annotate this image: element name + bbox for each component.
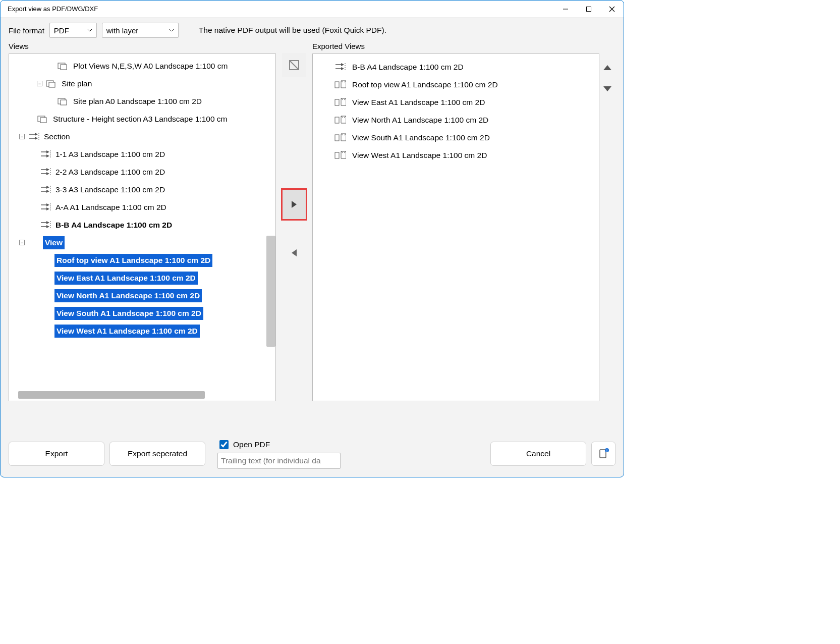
svg-marker-51 bbox=[46, 274, 51, 281]
tree-item[interactable]: A-A A1 Landscape 1:100 cm 2D bbox=[9, 198, 275, 216]
tree-item[interactable]: 3-3 A3 Landscape 1:100 cm 2D bbox=[9, 181, 275, 198]
trailing-text-input[interactable] bbox=[217, 453, 341, 469]
svg-marker-69 bbox=[292, 249, 297, 256]
svg-marker-35 bbox=[46, 207, 49, 210]
expand-toggle[interactable]: − bbox=[37, 81, 42, 86]
svg-marker-76 bbox=[341, 81, 346, 88]
section-icon bbox=[334, 63, 346, 72]
list-item[interactable]: Roof top view A1 Landscape 1:100 cm 2D bbox=[317, 76, 595, 93]
move-down-button[interactable] bbox=[603, 86, 612, 92]
svg-marker-92 bbox=[341, 151, 346, 158]
svg-marker-88 bbox=[341, 134, 346, 141]
svg-marker-73 bbox=[341, 67, 344, 70]
svg-marker-95 bbox=[603, 65, 611, 70]
tree-item-label: View bbox=[43, 236, 65, 249]
tree-item[interactable]: View South A1 Landscape 1:100 cm 2D bbox=[9, 304, 275, 322]
tree-item[interactable]: View North A1 Landscape 1:100 cm 2D bbox=[9, 287, 275, 304]
move-up-button[interactable] bbox=[603, 65, 612, 71]
svg-rect-1 bbox=[587, 7, 591, 11]
list-item[interactable]: View West A1 Landscape 1:100 cm 2D bbox=[317, 146, 595, 164]
open-pdf-checkbox-row[interactable]: Open PDF bbox=[217, 439, 341, 451]
svg-marker-59 bbox=[46, 309, 51, 316]
svg-marker-96 bbox=[603, 86, 611, 91]
section-icon bbox=[39, 185, 51, 194]
list-item-label: View East A1 Landscape 1:100 cm 2D bbox=[352, 98, 485, 107]
svg-rect-9 bbox=[61, 100, 67, 105]
tree-item[interactable]: View East A1 Landscape 1:100 cm 2D bbox=[9, 269, 275, 287]
svg-marker-84 bbox=[341, 116, 346, 123]
list-item[interactable]: View South A1 Landscape 1:100 cm 2D bbox=[317, 129, 595, 146]
list-item-label: Roof top view A1 Landscape 1:100 cm 2D bbox=[352, 80, 498, 89]
vertical-scrollbar[interactable] bbox=[266, 236, 275, 347]
list-item[interactable]: View East A1 Landscape 1:100 cm 2D bbox=[317, 93, 595, 111]
svg-rect-42 bbox=[29, 240, 33, 246]
section-icon bbox=[39, 168, 51, 177]
remove-from-export-button[interactable] bbox=[282, 241, 306, 265]
tree-item-label: Section bbox=[43, 131, 71, 142]
tree-item-label: View East A1 Landscape 1:100 cm 2D bbox=[54, 272, 198, 285]
file-format-select[interactable]: PDF bbox=[49, 23, 97, 38]
svg-marker-71 bbox=[341, 63, 344, 66]
tree-item[interactable]: 2-2 A3 Landscape 1:100 cm 2D bbox=[9, 163, 275, 181]
svg-marker-55 bbox=[46, 292, 51, 299]
tree-item[interactable]: Roof top view A1 Landscape 1:100 cm 2D bbox=[9, 251, 275, 269]
open-pdf-checkbox[interactable] bbox=[219, 440, 229, 449]
exported-views-list[interactable]: B-B A4 Landscape 1:100 cm 2D Roof top vi… bbox=[312, 53, 599, 401]
tree-item-label: A-A A1 Landscape 1:100 cm 2D bbox=[54, 202, 167, 213]
export-separated-button[interactable]: Export seperated bbox=[109, 442, 205, 466]
list-item[interactable]: B-B A4 Landscape 1:100 cm 2D bbox=[317, 58, 595, 76]
view3d-icon bbox=[334, 116, 346, 125]
tree-item[interactable]: Structure - Height section A3 Landscape … bbox=[9, 110, 275, 128]
maximize-button[interactable] bbox=[577, 1, 600, 18]
tree-item-label: View North A1 Landscape 1:100 cm 2D bbox=[54, 289, 202, 302]
tree-item[interactable]: −Site plan bbox=[9, 75, 275, 92]
view3d-icon bbox=[334, 133, 346, 142]
add-to-export-button[interactable] bbox=[281, 188, 307, 221]
svg-rect-83 bbox=[335, 117, 339, 123]
views-header: Views bbox=[9, 42, 276, 50]
list-item-label: B-B A4 Landscape 1:100 cm 2D bbox=[352, 63, 464, 72]
export-button[interactable]: Export bbox=[9, 442, 104, 466]
svg-marker-68 bbox=[292, 201, 297, 208]
view3d-icon bbox=[39, 327, 51, 336]
layer-select[interactable]: with layer bbox=[102, 23, 179, 38]
sheet-icon bbox=[45, 79, 58, 88]
view3d-icon bbox=[39, 309, 51, 318]
tree-item[interactable]: − Section bbox=[9, 128, 275, 145]
tree-item-label: View West A1 Landscape 1:100 cm 2D bbox=[54, 325, 200, 338]
output-hint: The native PDF output will be used (Foxi… bbox=[199, 26, 386, 35]
horizontal-scrollbar[interactable] bbox=[18, 391, 205, 399]
tree-item[interactable]: 1-1 A3 Landscape 1:100 cm 2D bbox=[9, 145, 275, 163]
info-button[interactable]: i bbox=[591, 442, 615, 466]
tree-item[interactable]: − View bbox=[9, 234, 275, 251]
tree-item-label: B-B A4 Landscape 1:100 cm 2D bbox=[54, 220, 173, 231]
exported-views-header: Exported Views bbox=[312, 42, 615, 50]
rotate-orientation-button[interactable] bbox=[282, 53, 306, 77]
svg-rect-79 bbox=[335, 99, 339, 105]
svg-rect-87 bbox=[335, 135, 339, 141]
svg-marker-20 bbox=[46, 154, 49, 157]
tree-item[interactable]: B-B A4 Landscape 1:100 cm 2D bbox=[9, 216, 275, 234]
tree-item[interactable]: Plot Views N,E,S,W A0 Landscape 1:100 cm bbox=[9, 57, 275, 75]
expand-toggle[interactable]: − bbox=[19, 240, 25, 245]
minimize-button[interactable] bbox=[554, 1, 577, 18]
svg-rect-97 bbox=[600, 450, 606, 458]
view3d-icon bbox=[28, 238, 40, 247]
svg-line-67 bbox=[290, 61, 299, 70]
cancel-button[interactable]: Cancel bbox=[490, 442, 586, 466]
tree-item[interactable]: Site plan A0 Landscape 1:100 cm 2D bbox=[9, 92, 275, 110]
list-item[interactable]: View North A1 Landscape 1:100 cm 2D bbox=[317, 111, 595, 129]
expand-toggle[interactable]: − bbox=[19, 134, 25, 139]
view3d-icon bbox=[334, 151, 346, 160]
list-item-label: View South A1 Landscape 1:100 cm 2D bbox=[352, 133, 490, 142]
svg-marker-47 bbox=[46, 256, 51, 263]
tree-item-label: Roof top view A1 Landscape 1:100 cm 2D bbox=[54, 254, 212, 267]
views-tree[interactable]: Plot Views N,E,S,W A0 Landscape 1:100 cm… bbox=[9, 53, 276, 401]
view3d-icon bbox=[39, 274, 51, 283]
tree-item[interactable]: View West A1 Landscape 1:100 cm 2D bbox=[9, 322, 275, 340]
svg-rect-54 bbox=[40, 293, 44, 299]
close-button[interactable] bbox=[600, 1, 624, 18]
view3d-icon bbox=[334, 98, 346, 107]
tree-item-label: 3-3 A3 Landscape 1:100 cm 2D bbox=[54, 184, 166, 195]
svg-rect-7 bbox=[49, 82, 55, 87]
